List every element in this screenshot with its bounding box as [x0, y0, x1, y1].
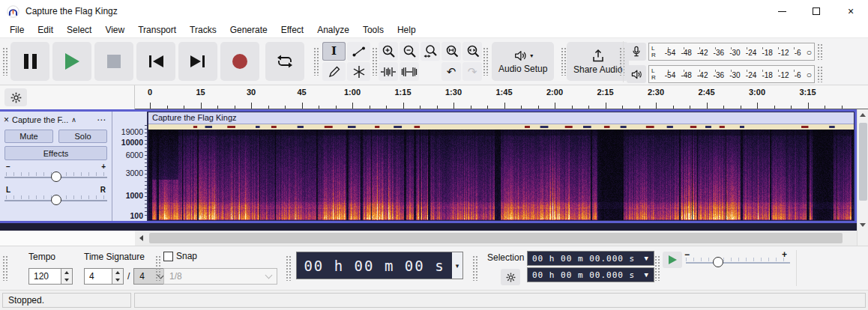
playback-meter[interactable]: LR -54-48-42-36-30-24-18-12-6○ [627, 64, 846, 84]
loop-button[interactable] [265, 42, 304, 81]
recording-meter-grip[interactable] [817, 43, 823, 60]
dropdown-icon[interactable]: ▼ [645, 255, 649, 262]
menu-file[interactable]: File [3, 23, 31, 37]
menu-select[interactable]: Select [60, 23, 98, 37]
menu-edit[interactable]: Edit [31, 23, 60, 37]
ruler-tick [336, 106, 337, 109]
recording-meter[interactable]: LR -54-48-42-36-30-24-18-12-6○ [627, 42, 846, 61]
track-collapse-icon[interactable]: ∧ [71, 116, 76, 124]
dropdown-icon[interactable]: ▼ [645, 271, 649, 279]
tempo-value[interactable]: 120 [28, 268, 61, 285]
pause-button[interactable] [10, 42, 49, 81]
undo-button[interactable]: ↶ [441, 62, 461, 81]
tools-grip[interactable] [313, 47, 319, 76]
tempo-spinbox[interactable]: 120 [28, 268, 73, 285]
recording-meter-button[interactable] [627, 43, 646, 61]
multi-tool-button[interactable] [347, 62, 370, 81]
edit-grip[interactable] [372, 47, 378, 76]
zoom-out-button[interactable] [400, 42, 419, 61]
play-at-speed-grip[interactable] [654, 255, 660, 281]
playback-meter-grip[interactable] [817, 66, 823, 82]
minimize-button[interactable] [765, 0, 799, 22]
share-grip[interactable] [561, 47, 567, 76]
gain-min-label: − [6, 162, 10, 171]
zoom-in-button[interactable] [379, 42, 398, 61]
timesig-spinner[interactable] [112, 268, 124, 285]
spectrogram-canvas[interactable] [148, 124, 854, 220]
audio-setup-grip[interactable] [483, 47, 489, 76]
trim-outside-selection-button[interactable] [379, 62, 398, 81]
menu-transport[interactable]: Transport [131, 23, 183, 37]
playback-meter-bar[interactable]: LR -54-48-42-36-30-24-18-12-6○ [648, 65, 815, 83]
close-button[interactable]: × [834, 0, 868, 22]
zoom-fit-button[interactable] [441, 42, 461, 61]
gain-slider[interactable]: − + [4, 162, 107, 183]
time-format-dropdown-icon[interactable]: ▾ [452, 252, 462, 279]
zoom-selection-button[interactable] [421, 42, 440, 61]
solo-button[interactable]: Solo [58, 130, 107, 143]
menu-help[interactable]: Help [391, 23, 423, 37]
audio-setup-button[interactable]: ▾ Audio Setup [492, 42, 554, 81]
selection-settings-button[interactable] [501, 269, 520, 285]
clip-header[interactable]: Capture the Flag Kingz [148, 112, 854, 124]
speed-slider-thumb[interactable] [713, 257, 723, 267]
skip-to-end-button[interactable] [178, 42, 217, 81]
play-button[interactable] [52, 42, 91, 81]
track-close-button[interactable]: × [4, 115, 9, 124]
timeline-ruler[interactable]: 01530451:001:151:301:452:002:152:302:453… [135, 85, 868, 109]
vertical-scrollbar[interactable] [857, 109, 868, 231]
horizontal-scrollbar[interactable] [135, 231, 857, 246]
scroll-up-button[interactable] [858, 109, 868, 121]
menu-generate[interactable]: Generate [223, 23, 274, 37]
playback-meter-button[interactable] [627, 65, 646, 83]
menu-effect[interactable]: Effect [274, 23, 310, 37]
play-at-speed-button[interactable] [663, 252, 682, 268]
track-name[interactable]: Capture the F... [12, 115, 68, 124]
frequency-ruler[interactable]: 1900010000600030001000100 [112, 112, 148, 221]
skip-to-start-button[interactable] [136, 42, 175, 81]
selection-toolbar-grip[interactable] [472, 255, 478, 281]
redo-button[interactable]: ↷ [462, 62, 482, 81]
recording-meter-bar[interactable]: LR -54-48-42-36-30-24-18-12-6○ [648, 43, 815, 61]
timeline-options-button[interactable] [4, 88, 27, 106]
pan-slider-thumb[interactable] [51, 195, 61, 205]
speed-slider-track[interactable] [686, 262, 790, 264]
selection-tool-button[interactable]: I [322, 42, 346, 61]
selection-start-field[interactable]: 00 h 00 m 00.000 s▼ [527, 251, 654, 266]
selection-label: Selection [487, 252, 524, 263]
gain-slider-thumb[interactable] [51, 171, 61, 182]
tempo-spinner[interactable] [61, 268, 73, 285]
snap-dropdown[interactable]: 1/8 [163, 268, 277, 285]
menu-view[interactable]: View [98, 23, 131, 37]
track-menu-button[interactable]: ⋯ [97, 115, 109, 125]
maximize-button[interactable] [799, 0, 834, 22]
record-button[interactable] [220, 42, 259, 81]
timesig-upper-value[interactable]: 4 [84, 268, 112, 285]
snap-toolbar-grip[interactable] [155, 255, 161, 281]
time-display-grip[interactable] [286, 255, 292, 281]
selection-end-field[interactable]: 00 h 00 m 00.000 s▼ [527, 267, 654, 282]
stop-button[interactable] [94, 42, 133, 81]
menu-analyze[interactable]: Analyze [310, 23, 356, 37]
meter-grip[interactable] [619, 47, 625, 76]
snap-checkbox[interactable]: Snap [163, 251, 197, 261]
scroll-left-button[interactable] [135, 235, 148, 241]
horizontal-scrollbar-thumb[interactable] [149, 233, 843, 243]
snap-checkbox-box[interactable] [163, 252, 173, 261]
menu-tracks[interactable]: Tracks [183, 23, 223, 37]
effects-button[interactable]: Effects [4, 146, 107, 160]
scroll-down-button[interactable] [858, 219, 868, 231]
zoom-toggle-button[interactable] [462, 42, 482, 61]
envelope-tool-button[interactable] [347, 42, 370, 61]
pan-slider[interactable]: L R [4, 186, 107, 207]
silence-selection-button[interactable] [400, 62, 419, 81]
vertical-scrollbar-thumb[interactable] [859, 123, 867, 201]
time-display-value[interactable]: 00 h 00 m 00 s [297, 252, 452, 279]
mute-button[interactable]: Mute [4, 130, 53, 143]
draw-tool-button[interactable] [322, 62, 346, 81]
redo-icon: ↷ [468, 66, 477, 77]
time-toolbar-grip[interactable] [2, 255, 8, 281]
time-display[interactable]: 00 h 00 m 00 s ▾ [296, 252, 463, 279]
menu-tools[interactable]: Tools [356, 23, 391, 37]
transport-grip[interactable] [2, 47, 8, 76]
